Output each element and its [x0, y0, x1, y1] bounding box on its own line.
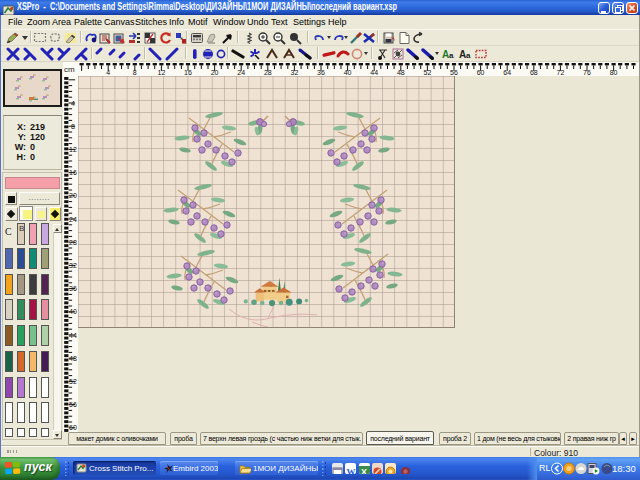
- svg-text:48: 48: [397, 69, 405, 76]
- svg-text:8: 8: [71, 123, 75, 130]
- svg-text:68: 68: [530, 69, 538, 76]
- svg-text:16: 16: [69, 169, 77, 176]
- svg-text:a: a: [466, 51, 471, 60]
- svg-text:32: 32: [69, 262, 77, 269]
- svg-text:24: 24: [69, 216, 77, 223]
- svg-text:48: 48: [69, 355, 77, 362]
- svg-text:40: 40: [344, 69, 352, 76]
- svg-text:8: 8: [133, 69, 137, 76]
- svg-text:16: 16: [184, 69, 192, 76]
- svg-text:56: 56: [450, 69, 458, 76]
- svg-text:76: 76: [583, 69, 591, 76]
- svg-text:28: 28: [69, 239, 77, 246]
- svg-text:52: 52: [69, 378, 77, 385]
- svg-text:4: 4: [106, 69, 110, 76]
- svg-text:12: 12: [158, 69, 166, 76]
- svg-text:52: 52: [424, 69, 432, 76]
- svg-text:44: 44: [69, 332, 77, 339]
- svg-text:32: 32: [291, 69, 299, 76]
- svg-text:24: 24: [237, 69, 245, 76]
- svg-text:40: 40: [69, 308, 77, 315]
- svg-text:20: 20: [69, 192, 77, 199]
- svg-text:36: 36: [69, 285, 77, 292]
- svg-text:44: 44: [370, 69, 378, 76]
- svg-text:X: X: [361, 467, 367, 474]
- svg-text:56: 56: [69, 401, 77, 408]
- svg-text:80: 80: [610, 69, 618, 76]
- svg-text:12: 12: [69, 146, 77, 153]
- svg-text:4: 4: [71, 100, 75, 107]
- svg-text:72: 72: [557, 69, 565, 76]
- svg-text:a: a: [449, 51, 454, 60]
- svg-text:20: 20: [211, 69, 219, 76]
- svg-text:W: W: [347, 467, 356, 474]
- svg-text:36: 36: [317, 69, 325, 76]
- svg-text:64: 64: [503, 69, 511, 76]
- svg-text:60: 60: [477, 69, 485, 76]
- svg-text:28: 28: [264, 69, 272, 76]
